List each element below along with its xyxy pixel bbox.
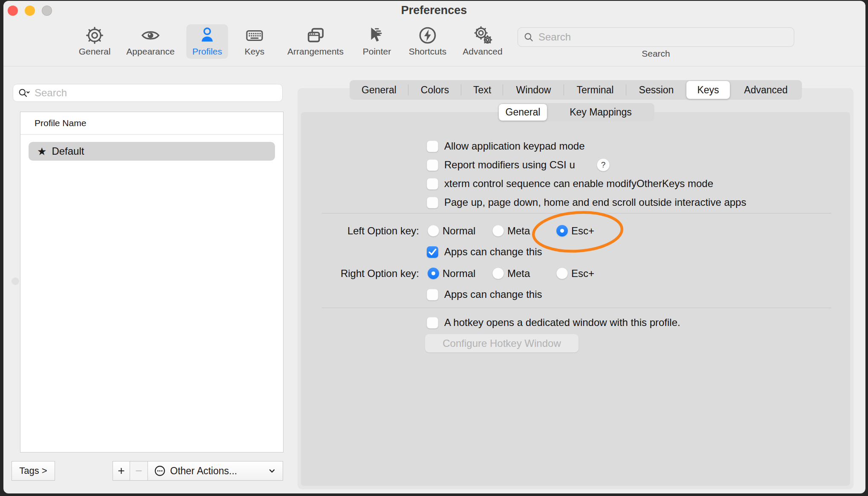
radio-label: Normal <box>443 268 475 280</box>
toolbar-item-shortcuts[interactable]: Shortcuts <box>402 24 453 59</box>
cursor-icon <box>367 24 387 46</box>
checkbox-left-apps-can-change[interactable] <box>427 246 438 258</box>
toolbar-label: Pointer <box>363 46 391 57</box>
toolbar-label: Advanced <box>463 46 502 57</box>
search-icon <box>523 32 534 43</box>
radio-right-esc[interactable] <box>556 268 568 279</box>
checkbox-label: Page up, page down, home and end scroll … <box>444 196 746 208</box>
radio-label: Normal <box>443 225 475 237</box>
tab-window[interactable]: Window <box>503 80 564 100</box>
profile-row-default[interactable]: ★ Default <box>29 142 275 161</box>
toolbar-label: Shortcuts <box>409 46 447 57</box>
checkbox-label: Report modifiers using CSI u <box>444 159 575 171</box>
radio-label: Esc+ <box>571 225 594 237</box>
divider <box>322 213 831 213</box>
screen: Preferences General Appearance Profiles <box>0 0 868 496</box>
tab-colors[interactable]: Colors <box>408 80 461 100</box>
tab-terminal[interactable]: Terminal <box>564 80 626 100</box>
keyboard-icon <box>244 24 265 46</box>
toolbar-item-keys[interactable]: Keys <box>235 24 274 59</box>
divider <box>322 308 831 308</box>
gear-icon <box>85 24 104 46</box>
radio-right-normal[interactable] <box>428 268 439 279</box>
radio-right-meta[interactable] <box>492 268 504 279</box>
toolbar-search-label: Search <box>518 49 794 59</box>
other-actions-dropdown[interactable]: Other Actions... <box>148 461 283 481</box>
tags-button[interactable]: Tags > <box>12 461 55 481</box>
toolbar-item-general[interactable]: General <box>71 24 118 59</box>
add-profile-button[interactable]: + <box>113 461 130 481</box>
configure-hotkey-window-button[interactable]: Configure Hotkey Window <box>425 334 579 352</box>
radio-left-esc[interactable] <box>556 225 568 236</box>
window-title: Preferences <box>0 4 868 17</box>
tab-session[interactable]: Session <box>626 80 686 100</box>
toolbar-item-advanced[interactable]: Advanced <box>455 24 510 59</box>
toolbar-label: Appearance <box>126 46 174 57</box>
toolbar-item-arrangements[interactable]: Arrangements <box>281 24 350 59</box>
checkbox-keypad-mode[interactable] <box>427 141 438 152</box>
toolbar-item-profiles[interactable]: Profiles <box>186 24 228 59</box>
checkbox-label: Allow application keypad mode <box>444 140 585 152</box>
keys-general-pane <box>301 112 850 486</box>
bolt-circle-icon <box>418 24 437 46</box>
radio-left-meta[interactable] <box>492 225 504 236</box>
checkbox-hotkey-window[interactable] <box>427 317 438 329</box>
checkbox-scroll-outside[interactable] <box>427 197 438 208</box>
gears-icon <box>472 24 493 46</box>
radio-label: Meta <box>507 268 530 280</box>
checkbox-csi-u[interactable] <box>427 159 438 171</box>
person-icon <box>197 24 217 46</box>
checkbox-modify-other-keys[interactable] <box>427 178 438 190</box>
chevron-down-icon <box>267 466 277 476</box>
keys-subtabbar: General Key Mappings <box>499 103 654 121</box>
toolbar-search-field[interactable] <box>518 27 794 47</box>
checkbox-label: Apps can change this <box>444 246 542 258</box>
radio-left-normal[interactable] <box>428 225 439 236</box>
toolbar-divider <box>3 66 865 66</box>
tab-general[interactable]: General <box>350 80 408 100</box>
help-button[interactable]: ? <box>597 159 610 171</box>
subtab-key-mappings[interactable]: Key Mappings <box>547 103 654 121</box>
toolbar-label: Arrangements <box>287 46 344 57</box>
subtab-general[interactable]: General <box>499 104 547 121</box>
profile-list: Profile Name ★ Default <box>20 112 284 453</box>
toolbar-item-pointer[interactable]: Pointer <box>353 24 400 59</box>
toolbar-label: General <box>79 46 111 57</box>
checkbox-right-apps-can-change[interactable] <box>427 289 438 300</box>
profile-search-field[interactable] <box>13 84 283 102</box>
checkbox-label: A hotkey opens a dedicated window with t… <box>444 317 680 329</box>
profile-search-input[interactable] <box>35 87 278 99</box>
toolbar-item-appearance[interactable]: Appearance <box>119 24 182 59</box>
radio-label: Esc+ <box>571 268 594 280</box>
remove-profile-button[interactable]: − <box>130 461 148 481</box>
windows-icon <box>305 24 326 46</box>
checkbox-label: xterm control sequence can enable modify… <box>444 178 713 190</box>
checkbox-label: Apps can change this <box>444 288 542 300</box>
toolbar-label: Keys <box>245 46 265 57</box>
toolbar-label: Profiles <box>192 46 222 57</box>
tab-keys[interactable]: Keys <box>686 81 730 99</box>
profile-name: Default <box>52 145 84 157</box>
right-option-key-label: Right Option key: <box>291 268 419 280</box>
scoped-search-icon <box>17 87 30 99</box>
profile-section-tabbar: General Colors Text Window Terminal Sess… <box>350 80 802 100</box>
ellipsis-circle-icon <box>154 465 166 477</box>
splitter-handle[interactable] <box>12 277 19 285</box>
tab-text[interactable]: Text <box>461 80 503 100</box>
profile-list-header: Profile Name <box>20 112 283 135</box>
tab-advanced[interactable]: Advanced <box>730 80 802 100</box>
toolbar-search-input[interactable] <box>538 31 789 43</box>
left-option-key-label: Left Option key: <box>291 225 419 237</box>
radio-label: Meta <box>507 225 530 237</box>
eye-icon <box>140 24 161 46</box>
other-actions-label: Other Actions... <box>170 465 237 477</box>
star-icon: ★ <box>37 146 46 157</box>
